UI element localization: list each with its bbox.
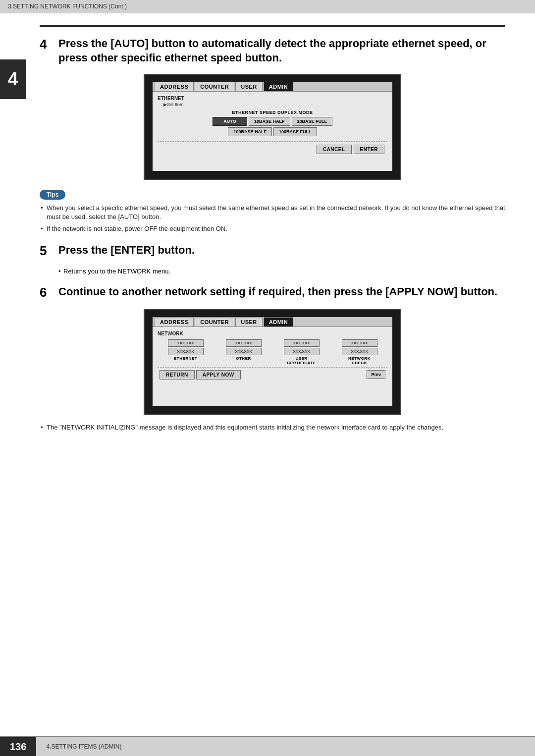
- tab-user[interactable]: USER: [235, 82, 263, 91]
- note-bullets: The "NETWORK INITIALIZING" message is di…: [40, 423, 505, 432]
- screen1-footer: CANCEL ENTER: [158, 141, 387, 156]
- tips-badge: Tips: [40, 190, 65, 200]
- auto-button[interactable]: AUTO: [213, 117, 247, 126]
- speed-buttons-group: AUTO 10BASE HALF 10BASE FULL 100BASE HAL…: [158, 117, 387, 136]
- note-item-1: The "NETWORK INITIALIZING" message is di…: [40, 423, 505, 432]
- network-check-btn1[interactable]: XXX.XXX: [342, 339, 377, 347]
- screen2-tab-admin[interactable]: ADMIN: [264, 317, 294, 326]
- step4-title: Press the [AUTO] button to automatically…: [58, 37, 505, 65]
- bottom-footer: 136 4.SETTING ITEMS (ADMIN): [0, 736, 535, 756]
- screen2-tab-address[interactable]: ADDRESS: [155, 317, 194, 326]
- tab-counter[interactable]: COUNTER: [195, 82, 234, 91]
- other-btn2[interactable]: XXX.XXX: [226, 348, 262, 355]
- screen1-body: ETHERNET ▶Set Item ETHERNET SPEED DUPLEX…: [153, 92, 392, 171]
- screen1-tab-bar: ADDRESS COUNTER USER ADMIN: [153, 82, 392, 92]
- other-btn1[interactable]: XXX.XXX: [226, 339, 262, 347]
- ethernet-label: ETHERNET: [158, 96, 387, 101]
- header-text: 3.SETTING NETWORK FUNCTIONS (Cont.): [8, 3, 127, 10]
- tips-item-2: If the network is not stable, power OFF …: [40, 224, 505, 233]
- tab-admin[interactable]: ADMIN: [264, 82, 294, 91]
- other-net-label: OTHER: [236, 356, 251, 361]
- prev-button[interactable]: Prev: [367, 370, 385, 379]
- screen2-footer: RETURN APPLY NOW Prev: [158, 367, 387, 381]
- step6-number: 6: [40, 285, 54, 300]
- 10base-half-button[interactable]: 10BASE HALF: [249, 117, 290, 126]
- ethernet-net-label: ETHERNET: [174, 356, 197, 361]
- screen2-body: NETWORK XXX.XXX XXX.XXX ETHERNET XXX.XXX…: [153, 327, 392, 406]
- tips-section: Tips When you select a specific ethernet…: [40, 190, 505, 233]
- network-check-cell: XXX.XXX XXX.XXX NETWORK CHECK: [331, 339, 387, 365]
- step5-number: 5: [40, 243, 54, 259]
- sidebar-chapter-number: 4: [0, 59, 26, 99]
- 100base-half-button[interactable]: 100BASE HALF: [228, 127, 272, 136]
- speed-row-1: AUTO 10BASE HALF 10BASE FULL: [213, 117, 332, 126]
- user-cert-net-label: USER CERTIFICATE: [287, 356, 316, 365]
- network-check-net-label: NETWORK CHECK: [348, 356, 371, 365]
- user-cert-btn1[interactable]: XXX.XXX: [284, 339, 320, 347]
- user-cert-cell: XXX.XXX XXX.XXX USER CERTIFICATE: [273, 339, 329, 365]
- step5-heading: 5 Press the [ENTER] button.: [40, 243, 505, 259]
- screen2-tab-user[interactable]: USER: [235, 317, 263, 326]
- step5-subtitle: Returns you to the NETWORK menu.: [57, 268, 505, 275]
- tips-list: When you select a specific ethernet spee…: [40, 204, 505, 233]
- network-check-btn2[interactable]: XXX.XXX: [342, 348, 377, 355]
- speed-duplex-label: ETHERNET SPEED DUPLEX MODE: [158, 110, 387, 115]
- step6-heading: 6 Continue to another network setting if…: [40, 285, 505, 300]
- network-label: NETWORK: [158, 331, 387, 336]
- apply-now-button[interactable]: APPLY NOW: [196, 370, 241, 379]
- 10base-full-button[interactable]: 10BASE FULL: [292, 117, 333, 126]
- step4-rule: [40, 25, 505, 27]
- 100base-full-button[interactable]: 100BASE FULL: [273, 127, 317, 136]
- screen2-tab-bar: ADDRESS COUNTER USER ADMIN: [153, 317, 392, 327]
- page-number: 136: [0, 737, 36, 756]
- ethernet-btn1[interactable]: XXX.XXX: [168, 339, 204, 347]
- tips-item-1: When you select a specific ethernet spee…: [40, 204, 505, 221]
- screen2-inner: ADDRESS COUNTER USER ADMIN NETWORK XXX.X…: [153, 317, 392, 406]
- screen1-mockup: ADDRESS COUNTER USER ADMIN ETHERNET ▶Set…: [144, 74, 401, 180]
- screen2-tab-counter[interactable]: COUNTER: [195, 317, 234, 326]
- step4-heading: 4 Press the [AUTO] button to automatical…: [40, 37, 505, 65]
- set-item-label: ▶Set Item: [163, 102, 387, 107]
- enter-button[interactable]: ENTER: [354, 145, 384, 154]
- speed-row-2: 100BASE HALF 100BASE FULL: [228, 127, 317, 136]
- footer-left-buttons: RETURN APPLY NOW: [160, 370, 241, 379]
- return-button[interactable]: RETURN: [160, 370, 195, 379]
- ethernet-btn2[interactable]: XXX.XXX: [168, 348, 204, 355]
- step6-section: 6 Continue to another network setting if…: [40, 285, 505, 300]
- ethernet-cell: XXX.XXX XXX.XXX ETHERNET: [158, 339, 214, 365]
- user-cert-btn2[interactable]: XXX.XXX: [284, 348, 320, 355]
- other-cell: XXX.XXX XXX.XXX OTHER: [215, 339, 271, 365]
- footer-text: 4.SETTING ITEMS (ADMIN): [46, 743, 121, 750]
- step5-title: Press the [ENTER] button.: [58, 243, 195, 258]
- step6-title: Continue to another network setting if r…: [58, 285, 497, 299]
- page-header: 3.SETTING NETWORK FUNCTIONS (Cont.): [0, 0, 535, 13]
- screen2-mockup: ADDRESS COUNTER USER ADMIN NETWORK XXX.X…: [144, 309, 401, 415]
- network-grid: XXX.XXX XXX.XXX ETHERNET XXX.XXX XXX.XXX…: [158, 339, 387, 365]
- cancel-button[interactable]: CANCEL: [317, 145, 352, 154]
- step5-section: 5 Press the [ENTER] button. Returns you …: [40, 243, 505, 275]
- tab-address[interactable]: ADDRESS: [155, 82, 194, 91]
- screen1-inner: ADDRESS COUNTER USER ADMIN ETHERNET ▶Set…: [153, 82, 392, 171]
- step4-number: 4: [40, 37, 54, 52]
